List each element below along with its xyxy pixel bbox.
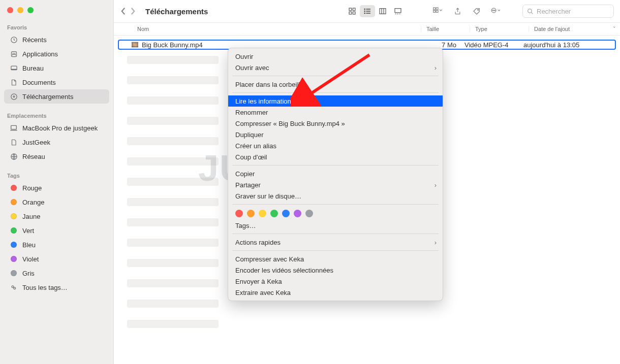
sidebar-item-downloads[interactable]: Téléchargements	[4, 89, 109, 104]
ctx-tag-color[interactable]	[247, 210, 255, 217]
placeholder-row	[127, 117, 219, 125]
search-icon	[527, 8, 534, 15]
svg-rect-20	[436, 10, 438, 12]
column-headers: Nom Taille Type Date de l'ajout ˅	[114, 22, 620, 36]
svg-point-7	[13, 287, 15, 289]
share-button[interactable]	[450, 5, 464, 17]
locations-heading: Emplacements	[0, 111, 113, 121]
laptop-icon	[9, 124, 18, 131]
sidebar-item-label: Téléchargements	[22, 93, 73, 101]
tag-dot-icon	[9, 185, 18, 191]
svg-point-25	[494, 10, 495, 11]
group-button[interactable]	[431, 5, 445, 17]
ctx-keka-send[interactable]: Envoyer à Keka	[228, 276, 443, 287]
sidebar-item-label: Tous les tags…	[22, 284, 68, 291]
window-title: Téléchargements	[145, 7, 208, 16]
svg-point-14	[364, 13, 365, 13]
sidebar-tag-item[interactable]: Bleu	[4, 238, 109, 252]
placeholder-row	[127, 178, 219, 186]
sidebar-tag-item[interactable]: Vert	[4, 223, 109, 238]
svg-rect-10	[349, 12, 352, 14]
svg-point-26	[528, 9, 532, 13]
sidebar-item-macbook[interactable]: MacBook Pro de justgeek	[4, 121, 109, 135]
svg-point-23	[492, 10, 493, 11]
sidebar-item-desktop[interactable]: Bureau	[4, 61, 109, 75]
minimize-button[interactable]	[17, 7, 23, 13]
sidebar-item-all-tags[interactable]: Tous les tags…	[4, 280, 109, 294]
sidebar-item-justgeek[interactable]: JustGeek	[4, 135, 109, 149]
view-icons-button[interactable]	[345, 5, 360, 17]
clock-icon	[9, 36, 18, 44]
more-button[interactable]	[489, 5, 503, 17]
ctx-keka-compress[interactable]: Compresser avec Keka	[228, 253, 443, 264]
sidebar-item-label: MacBook Pro de justgeek	[22, 124, 98, 132]
tag-button[interactable]	[470, 5, 484, 17]
ctx-compress[interactable]: Compresser « Big Buck Bunny.mp4 »	[228, 118, 443, 129]
sidebar-item-recents[interactable]: Récents	[4, 32, 109, 47]
forward-button[interactable]	[130, 7, 136, 16]
ctx-quick-actions[interactable]: Actions rapides ›	[228, 237, 443, 248]
sidebar-item-label: Bleu	[22, 241, 36, 249]
ctx-open[interactable]: Ouvrir	[228, 51, 443, 62]
sidebar-item-label: Récents	[22, 36, 47, 44]
tag-dot-icon	[9, 213, 18, 219]
sidebar-tag-item[interactable]: Rouge	[4, 181, 109, 195]
svg-rect-9	[353, 8, 355, 11]
ctx-copy[interactable]: Copier	[228, 168, 443, 179]
tags-heading: Tags	[0, 171, 113, 181]
ctx-tag-color[interactable]	[305, 210, 313, 217]
sidebar-tag-item[interactable]: Orange	[4, 195, 109, 209]
desktop-icon	[9, 64, 18, 72]
search-input[interactable]: Rechercher	[522, 5, 614, 18]
ctx-encode-videos[interactable]: Encoder les vidéos sélectionnées	[228, 264, 443, 276]
ctx-tag-color[interactable]	[270, 210, 278, 217]
sidebar-tag-item[interactable]: Violet	[4, 252, 109, 266]
ctx-alias[interactable]: Créer un alias	[228, 140, 443, 151]
chevron-right-icon: ›	[435, 239, 437, 246]
view-gallery-button[interactable]	[390, 5, 406, 17]
ctx-tag-color[interactable]	[294, 210, 301, 217]
maximize-button[interactable]	[27, 7, 34, 13]
ctx-share[interactable]: Partager ›	[228, 179, 443, 190]
ctx-rename[interactable]: Renommer	[228, 107, 443, 118]
svg-point-6	[12, 285, 14, 287]
column-size[interactable]: Taille	[421, 26, 470, 32]
ctx-get-info[interactable]: Lire les informations	[228, 95, 443, 107]
file-date: aujourd'hui à 13:05	[520, 41, 612, 49]
ctx-tag-color[interactable]	[259, 210, 266, 217]
column-type[interactable]: Type	[470, 26, 529, 32]
view-list-button[interactable]	[360, 5, 375, 17]
placeholder-row	[127, 96, 219, 105]
ctx-open-with[interactable]: Ouvrir avec ›	[228, 62, 443, 73]
document-icon	[9, 79, 18, 86]
view-columns-button[interactable]	[375, 5, 390, 17]
context-menu: Ouvrir Ouvrir avec › Placer dans la corb…	[228, 48, 443, 301]
placeholder-row	[127, 137, 219, 145]
favorites-heading: Favoris	[0, 22, 113, 32]
column-name[interactable]: Nom	[114, 26, 421, 32]
tag-dot-icon	[9, 199, 18, 205]
back-button[interactable]	[120, 7, 127, 16]
ctx-tags[interactable]: Tags…	[228, 220, 443, 231]
svg-rect-19	[433, 10, 436, 12]
placeholder-row	[127, 259, 219, 267]
sidebar-item-documents[interactable]: Documents	[4, 75, 109, 89]
ctx-tag-color[interactable]	[235, 210, 243, 217]
svg-rect-17	[433, 8, 436, 10]
ctx-tag-color[interactable]	[282, 210, 290, 217]
sidebar-item-applications[interactable]: Applications	[4, 47, 109, 61]
applications-icon	[9, 50, 18, 58]
ctx-trash[interactable]: Placer dans la corbeille	[228, 79, 443, 90]
sidebar-item-label: Jaune	[22, 213, 40, 220]
close-button[interactable]	[7, 7, 13, 13]
sidebar-tag-item[interactable]: Gris	[4, 266, 109, 280]
ctx-burn[interactable]: Graver sur le disque…	[228, 190, 443, 202]
sidebar-item-network[interactable]: Réseau	[4, 149, 109, 163]
sidebar-tag-item[interactable]: Jaune	[4, 209, 109, 223]
ctx-quicklook[interactable]: Coup d'œil	[228, 151, 443, 162]
column-date[interactable]: Date de l'ajout ˅	[529, 26, 620, 32]
chevron-right-icon: ›	[435, 181, 437, 189]
ctx-duplicate[interactable]: Dupliquer	[228, 129, 443, 140]
ctx-keka-extract[interactable]: Extraire avec Keka	[228, 287, 443, 298]
sidebar-item-label: Documents	[22, 79, 56, 86]
